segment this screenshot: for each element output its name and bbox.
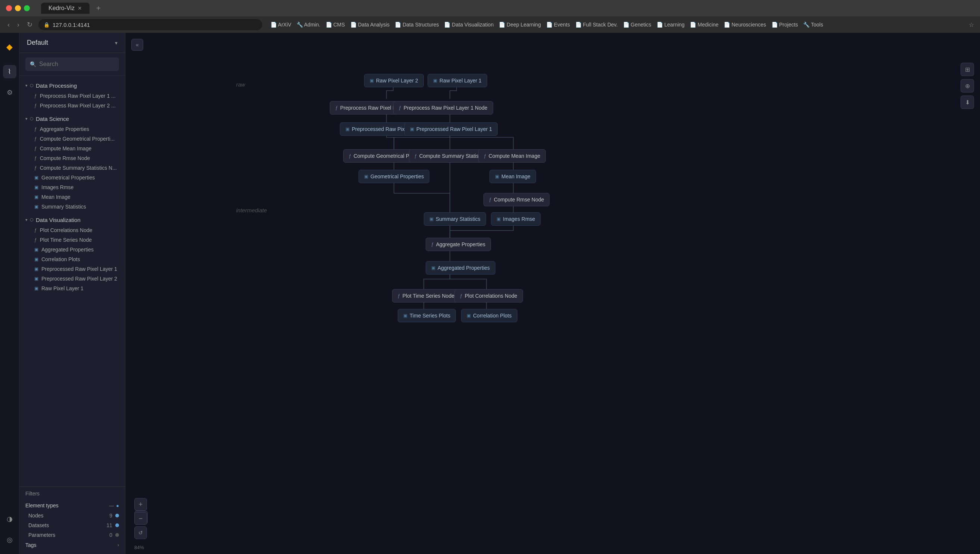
tree-item-compute-mean-image[interactable]: ƒ Compute Mean Image xyxy=(19,143,125,153)
maximize-window-button[interactable] xyxy=(24,5,30,11)
sidebar: Default ▾ 🔍 ▾ ⬡ Data Processing ƒ Prep xyxy=(19,33,125,554)
bookmark-full-stack[interactable]: 📄 Full Stack Dev. xyxy=(575,22,618,28)
bookmark-genetics[interactable]: 📄 Genetics xyxy=(623,22,651,28)
node-correlation-plots[interactable]: ▣ Correlation Plots xyxy=(461,309,517,322)
func-icon: ƒ xyxy=(34,237,37,242)
tree-item-preprocessed-raw-2[interactable]: ▣ Preprocessed Raw Pixel Layer 2 xyxy=(19,274,125,283)
help-icon[interactable]: ◎ xyxy=(3,533,16,546)
back-button[interactable]: ‹ xyxy=(6,19,11,30)
tree-group-data-visualization: ▾ ⬡ Data Visualization ƒ Plot Correlatio… xyxy=(19,213,125,295)
bookmark-learning[interactable]: 📄 Learning xyxy=(657,22,684,28)
filter-toggle-icon[interactable]: ● xyxy=(116,503,119,508)
tree-item-mean-image[interactable]: ▣ Mean Image xyxy=(19,192,125,202)
tree-item-images-rmse[interactable]: ▣ Images Rmse xyxy=(19,182,125,192)
tree-group-data-processing-header[interactable]: ▾ ⬡ Data Processing xyxy=(19,80,125,91)
node-plot-correlations[interactable]: ƒ Plot Correlations Node xyxy=(454,289,523,302)
datasets-active-indicator[interactable] xyxy=(115,524,119,527)
refresh-button[interactable]: ↻ xyxy=(25,19,34,30)
node-mean-image[interactable]: ▣ Mean Image xyxy=(490,170,536,183)
search-input[interactable] xyxy=(39,61,115,67)
pipeline-dropdown-arrow[interactable]: ▾ xyxy=(115,40,118,46)
filter-icon[interactable]: ⊕ xyxy=(961,79,974,92)
bookmark-cms[interactable]: 📄 CMS xyxy=(326,22,345,28)
forward-button[interactable]: › xyxy=(16,19,21,30)
bookmark-projects[interactable]: 📄 Projects xyxy=(772,22,798,28)
dataset-node-icon: ▣ xyxy=(364,174,368,179)
node-raw-pixel-layer-2[interactable]: ▣ Raw Pixel Layer 2 xyxy=(364,74,424,87)
tree-item-geometrical-properties[interactable]: ▣ Geometrical Properties xyxy=(19,173,125,182)
tree-group-data-processing-label: Data Processing xyxy=(36,83,77,89)
node-compute-mean-image[interactable]: ƒ Compute Mean Image xyxy=(478,149,546,162)
collapse-icon[interactable]: — xyxy=(109,503,114,508)
parameters-inactive-indicator[interactable] xyxy=(115,533,119,537)
node-preprocessed-raw-1[interactable]: ▣ Preprocessed Raw Pixel Layer 1 xyxy=(404,123,498,136)
node-time-series-plots[interactable]: ▣ Time Series Plots xyxy=(398,309,456,322)
zoom-in-button[interactable]: + xyxy=(134,498,147,511)
tree-item-label: Aggregated Properties xyxy=(41,247,94,253)
tree-item-preprocess-raw-2[interactable]: ƒ Preprocess Raw Pixel Layer 2 ... xyxy=(19,101,125,110)
main-canvas[interactable]: « ⊞ ⊕ ⬇ raw intermediate xyxy=(125,33,980,554)
bookmark-admin[interactable]: 🔧 Admin. xyxy=(297,22,320,28)
bookmark-data-viz[interactable]: 📄 Data Visualization xyxy=(444,22,493,28)
node-aggregated-properties[interactable]: ▣ Aggregated Properties xyxy=(426,261,495,275)
theme-toggle-icon[interactable]: ◑ xyxy=(3,512,16,525)
settings-icon[interactable]: ⚙ xyxy=(3,86,16,99)
bookmark-data-structures[interactable]: 📄 Data Structures xyxy=(395,22,439,28)
node-summary-statistics[interactable]: ▣ Summary Statistics xyxy=(424,212,486,226)
node-preprocess-raw-1[interactable]: ƒ Preprocess Raw Pixel Layer 1 Node xyxy=(393,101,493,115)
datasets-label: Datasets xyxy=(29,522,49,528)
nodes-label: Nodes xyxy=(29,513,43,519)
parameters-count: 0 xyxy=(109,532,112,538)
download-icon[interactable]: ⬇ xyxy=(961,96,974,109)
bookmark-events[interactable]: 📄 Events xyxy=(546,22,570,28)
layers-icon[interactable]: ⊞ xyxy=(961,63,974,76)
new-tab-button[interactable]: + xyxy=(96,4,101,13)
address-bar[interactable]: 🔒 127.0.0.1:4141 xyxy=(38,19,262,30)
element-types-header[interactable]: Element types — ● xyxy=(25,500,119,511)
tree-item-aggregated-properties[interactable]: ▣ Aggregated Properties xyxy=(19,245,125,255)
node-label: Geometrical Properties xyxy=(371,174,424,180)
tree-item-plot-correlations[interactable]: ƒ Plot Correlations Node xyxy=(19,225,125,235)
bookmark-tools[interactable]: 🔧 Tools xyxy=(803,22,823,28)
tree-item-preprocess-raw-1[interactable]: ƒ Preprocess Raw Pixel Layer 1 ... xyxy=(19,91,125,101)
browser-tab[interactable]: Kedro-Viz ✕ xyxy=(41,3,89,14)
bookmark-medicine[interactable]: 📄 Medicine xyxy=(690,22,719,28)
tree-item-compute-geometrical[interactable]: ƒ Compute Geometrical Properti... xyxy=(19,134,125,143)
star-icon[interactable]: ☆ xyxy=(969,21,974,29)
zoom-out-button[interactable]: − xyxy=(134,512,147,525)
tree-item-plot-time-series[interactable]: ƒ Plot Time Series Node xyxy=(19,235,125,245)
tree-item-compute-rmse[interactable]: ƒ Compute Rmse Node xyxy=(19,153,125,163)
tree-item-label: Mean Image xyxy=(41,194,70,200)
sidebar-filters: Filters Element types — ● Nodes 9 Datase… xyxy=(19,487,125,554)
search-icon: 🔍 xyxy=(30,61,36,67)
tree-group-data-visualization-header[interactable]: ▾ ⬡ Data Visualization xyxy=(19,215,125,225)
node-raw-pixel-layer-1[interactable]: ▣ Raw Pixel Layer 1 xyxy=(428,74,487,87)
layer-label-intermediate: intermediate xyxy=(236,207,267,213)
bookmark-deep-learning[interactable]: 📄 Deep Learning xyxy=(499,22,541,28)
node-plot-time-series[interactable]: ƒ Plot Time Series Node xyxy=(392,289,460,302)
tree-item-compute-summary[interactable]: ƒ Compute Summary Statistics N... xyxy=(19,163,125,173)
tree-item-raw-pixel-layer-1[interactable]: ▣ Raw Pixel Layer 1 xyxy=(19,283,125,293)
close-window-button[interactable] xyxy=(6,5,12,11)
tree-group-data-science-header[interactable]: ▾ ⬡ Data Science xyxy=(19,113,125,124)
tree-item-correlation-plots[interactable]: ▣ Correlation Plots xyxy=(19,255,125,264)
bookmark-data-analysis[interactable]: 📄 Data Analysis xyxy=(350,22,390,28)
pipeline-icon[interactable]: ⌇ xyxy=(3,65,16,78)
tree-item-aggregate-properties[interactable]: ƒ Aggregate Properties xyxy=(19,124,125,134)
func-icon: ƒ xyxy=(34,165,37,170)
nodes-active-indicator[interactable] xyxy=(115,514,119,517)
reset-zoom-button[interactable]: ↺ xyxy=(134,526,147,539)
pipeline-selector[interactable]: Default xyxy=(27,39,48,47)
tab-close-icon[interactable]: ✕ xyxy=(78,5,82,11)
node-aggregate-properties[interactable]: ƒ Aggregate Properties xyxy=(426,238,491,251)
tags-section[interactable]: Tags › xyxy=(25,540,119,550)
collapse-sidebar-button[interactable]: « xyxy=(131,39,143,51)
node-geometrical-properties[interactable]: ▣ Geometrical Properties xyxy=(358,170,430,183)
tree-item-preprocessed-raw-1[interactable]: ▣ Preprocessed Raw Pixel Layer 1 xyxy=(19,264,125,274)
node-images-rmse[interactable]: ▣ Images Rmse xyxy=(491,212,541,226)
tree-item-summary-statistics[interactable]: ▣ Summary Statistics xyxy=(19,202,125,212)
minimize-window-button[interactable] xyxy=(15,5,21,11)
node-compute-rmse[interactable]: ƒ Compute Rmse Node xyxy=(484,193,549,206)
bookmark-neurosciences[interactable]: 📄 Neurosciences xyxy=(724,22,766,28)
bookmark-arxiv[interactable]: 📄 ArXiV xyxy=(270,22,291,28)
